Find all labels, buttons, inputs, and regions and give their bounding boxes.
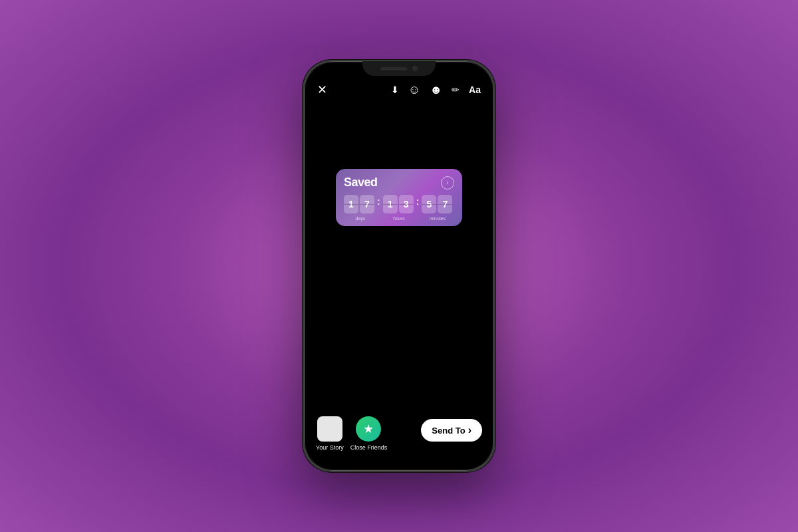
minute-digit-2: 7 [438,195,452,213]
bottom-bar: Your Story ★ Close Friends Send To › [305,410,493,469]
labels-row: days hours minutes [344,216,454,221]
day-digit-1: 1 [344,195,358,213]
countdown-digits-row: 1 7 : 1 3 : 5 7 [344,195,454,213]
sticker-icon[interactable]: ☻ [430,83,442,97]
label-days: days [345,216,376,221]
send-to-button[interactable]: Send To › [421,419,482,442]
text-icon[interactable]: Aa [469,84,481,95]
send-to-arrow-icon: › [468,424,471,436]
colon-2: : [416,196,420,207]
phone-shell: ✕ ⬇ ☺ ☻ ✏ Aa [303,60,495,472]
story-icon-box [317,416,342,442]
close-icon[interactable]: ✕ [317,82,327,97]
your-story-option[interactable]: Your Story [316,416,344,451]
volume-down-button [303,154,303,184]
label-hours: hours [384,216,414,221]
label-minutes: minutes [422,216,453,221]
toolbar: ✕ ⬇ ☺ ☻ ✏ Aa [305,82,493,97]
hours-digit-pair: 1 3 [383,195,414,213]
countdown-sticker: Saved › 1 7 : 1 3 [336,169,462,226]
draw-icon[interactable]: ✏ [452,84,460,95]
phone-screen: ✕ ⬇ ☺ ☻ ✏ Aa [305,63,493,469]
notch-camera [412,66,418,71]
sticker-title-row: Saved › [344,176,454,190]
sticker-title: Saved [344,176,378,190]
hour-digit-2: 3 [399,195,414,213]
day-digit-2: 7 [360,195,374,213]
your-story-label: Your Story [316,444,344,451]
download-icon[interactable]: ⬇ [391,84,399,95]
star-icon: ★ [363,422,374,436]
close-friends-label: Close Friends [350,444,388,451]
minutes-digit-pair: 5 7 [422,195,452,213]
emoji-icon[interactable]: ☺ [408,83,420,97]
close-friends-option[interactable]: ★ Close Friends [350,416,388,451]
close-friends-icon: ★ [356,416,381,442]
bottom-left: Your Story ★ Close Friends [316,416,387,451]
toolbar-right: ⬇ ☺ ☻ ✏ Aa [391,83,481,97]
power-button [495,148,495,181]
minute-digit-1: 5 [422,195,436,213]
phone-notch [362,61,436,76]
send-to-text: Send To [432,426,465,436]
sticker-container[interactable]: Saved › 1 7 : 1 3 [336,169,462,226]
volume-up-button [303,128,303,146]
sticker-arrow-button[interactable]: › [441,176,454,190]
notch-speaker [380,67,407,70]
mute-button [303,191,303,220]
colon-1: : [377,196,380,207]
hour-digit-1: 1 [383,195,398,213]
days-digit-pair: 1 7 [344,195,374,213]
